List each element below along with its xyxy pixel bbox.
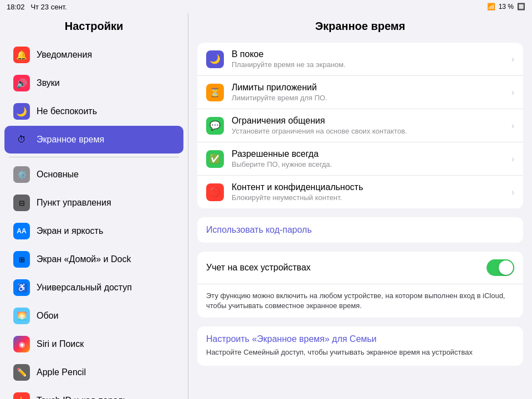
all-devices-description: Эту функцию можно включить на любом устр… <box>197 284 523 318</box>
general-icon: ⚙️ <box>13 166 30 183</box>
communication-text: Ограничения общения Установите ограничен… <box>232 116 507 135</box>
contentprivacy-subtitle: Блокируйте неуместный контент. <box>232 193 507 202</box>
communication-subtitle: Установите ограничения на основе своих к… <box>232 127 507 135</box>
sidebar-group-1: 🔔 Уведомления 🔊 Звуки 🌙 Не беспокоить ⏱ … <box>0 41 188 154</box>
status-bar: 18:02 Чт 23 сент. 📶 13 % 🔲 <box>0 0 532 13</box>
contentprivacy-chevron: › <box>511 187 514 197</box>
status-time-date: 18:02 Чт 23 сент. <box>7 3 67 11</box>
sounds-label: Звуки <box>37 78 60 88</box>
sidebar-item-applepencil[interactable]: ✏️ Apple Pencil <box>4 359 183 386</box>
alwaysallowed-title: Разрешенные всегда <box>232 149 507 159</box>
sounds-icon: 🔊 <box>13 75 30 91</box>
display-label: Экран и яркость <box>37 226 103 236</box>
wallpaper-label: Обои <box>37 311 58 321</box>
screentime-icon: ⏱ <box>13 131 30 148</box>
sidebar-group-2: ⚙️ Основные ⊟ Пункт управления AA Экран … <box>0 161 188 399</box>
control-label: Пункт управления <box>37 198 111 208</box>
sidebar-item-screentime[interactable]: ⏱ Экранное время <box>4 126 183 154</box>
control-icon: ⊟ <box>13 195 30 211</box>
card-row-contentprivacy[interactable]: 🚫 Контент и конфиденциальность Блокируйт… <box>197 176 523 208</box>
downtime-subtitle: Планируйте время не за экраном. <box>232 60 507 69</box>
main-options-card: 🌙 В покое Планируйте время не за экраном… <box>197 43 523 208</box>
sidebar-list: 🔔 Уведомления 🔊 Звуки 🌙 Не беспокоить ⏱ … <box>0 38 188 399</box>
downtime-icon: 🌙 <box>206 50 224 68</box>
wallpaper-icon: 🌅 <box>13 308 30 324</box>
downtime-text: В покое Планируйте время не за экраном. <box>232 49 507 69</box>
contentprivacy-title: Контент и конфиденциальность <box>232 182 507 192</box>
right-panel: Экранное время 🌙 В покое Планируйте врем… <box>188 13 532 399</box>
status-right: 📶 13 % 🔲 <box>487 3 525 11</box>
alwaysallowed-icon: ✅ <box>206 150 224 168</box>
family-section: Настроить «Экранное время» для Семьи Нас… <box>197 326 523 365</box>
card-row-downtime[interactable]: 🌙 В покое Планируйте время не за экраном… <box>197 43 523 76</box>
sidebar-item-display[interactable]: AA Экран и яркость <box>4 217 183 245</box>
donotdisturb-icon: 🌙 <box>13 103 30 120</box>
applepencil-icon: ✏️ <box>13 364 30 381</box>
alwaysallowed-chevron: › <box>511 154 514 164</box>
applimits-title: Лимиты приложений <box>232 83 507 93</box>
downtime-title: В покое <box>232 49 507 59</box>
wifi-icon: 📶 <box>487 3 495 11</box>
sidebar-item-siri[interactable]: ◉ Siri и Поиск <box>4 330 183 358</box>
notifications-icon: 🔔 <box>13 47 30 63</box>
passcode-section: Использовать код-пароль <box>197 217 523 243</box>
right-title: Экранное время <box>188 13 532 38</box>
contentprivacy-icon: 🚫 <box>206 183 224 201</box>
applimits-text: Лимиты приложений Лимитируйте время для … <box>232 83 507 102</box>
card-row-applimits[interactable]: ⏳ Лимиты приложений Лимитируйте время дл… <box>197 76 523 109</box>
contentprivacy-text: Контент и конфиденциальность Блокируйте … <box>232 182 507 202</box>
main-layout: Настройки 🔔 Уведомления 🔊 Звуки 🌙 Не бес… <box>0 13 532 399</box>
all-devices-row: Учет на всех устройствах <box>197 252 523 284</box>
sidebar-item-accessibility[interactable]: ♿ Универсальный доступ <box>4 274 183 301</box>
right-scroll-area[interactable]: 🌙 В покое Планируйте время не за экраном… <box>188 38 532 399</box>
family-description: Настройте Семейный доступ, чтобы учитыва… <box>206 347 514 357</box>
all-devices-section: Учет на всех устройствах Эту функцию мож… <box>197 252 523 318</box>
all-devices-label: Учет на всех устройствах <box>206 263 487 273</box>
status-date: Чт 23 сент. <box>30 3 66 11</box>
touchid-label: Touch ID и код-пароль <box>37 396 127 399</box>
sidebar: Настройки 🔔 Уведомления 🔊 Звуки 🌙 Не бес… <box>0 13 188 399</box>
family-link[interactable]: Настроить «Экранное время» для Семьи <box>206 334 514 344</box>
accessibility-label: Универсальный доступ <box>37 283 132 293</box>
donotdisturb-label: Не беспокоить <box>37 106 97 116</box>
sidebar-item-touchid[interactable]: 👆 Touch ID и код-пароль <box>4 387 183 399</box>
sidebar-divider-1 <box>9 157 179 157</box>
alwaysallowed-subtitle: Выберите ПО, нужное всегда. <box>232 160 507 168</box>
home-label: Экран «Домой» и Dock <box>37 254 131 264</box>
card-row-communication[interactable]: 💬 Ограничения общения Установите огранич… <box>197 109 523 142</box>
general-label: Основные <box>37 170 79 180</box>
all-devices-toggle[interactable] <box>487 259 514 276</box>
passcode-link[interactable]: Использовать код-пароль <box>206 225 311 234</box>
sidebar-item-donotdisturb[interactable]: 🌙 Не беспокоить <box>4 98 183 125</box>
sidebar-item-notifications[interactable]: 🔔 Уведомления <box>4 41 183 69</box>
applimits-chevron: › <box>511 88 514 98</box>
sidebar-item-wallpaper[interactable]: 🌅 Обои <box>4 302 183 330</box>
sidebar-item-home[interactable]: ⊞ Экран «Домой» и Dock <box>4 245 183 273</box>
downtime-chevron: › <box>511 54 514 64</box>
communication-chevron: › <box>511 121 514 131</box>
sidebar-item-sounds[interactable]: 🔊 Звуки <box>4 69 183 97</box>
battery-icon: 🔲 <box>517 3 525 11</box>
screentime-label: Экранное время <box>37 135 104 145</box>
applepencil-label: Apple Pencil <box>37 367 86 377</box>
communication-title: Ограничения общения <box>232 116 507 126</box>
sidebar-item-control[interactable]: ⊟ Пункт управления <box>4 189 183 217</box>
battery-text: 13 % <box>499 3 514 11</box>
communication-icon: 💬 <box>206 117 224 135</box>
home-icon: ⊞ <box>13 251 30 268</box>
touchid-icon: 👆 <box>13 392 30 399</box>
sidebar-title: Настройки <box>0 13 188 38</box>
accessibility-icon: ♿ <box>13 279 30 296</box>
sidebar-item-general[interactable]: ⚙️ Основные <box>4 161 183 188</box>
toggle-knob <box>499 260 513 275</box>
card-row-alwaysallowed[interactable]: ✅ Разрешенные всегда Выберите ПО, нужное… <box>197 142 523 176</box>
applimits-subtitle: Лимитируйте время для ПО. <box>232 94 507 102</box>
notifications-label: Уведомления <box>37 50 92 60</box>
siri-icon: ◉ <box>13 336 30 352</box>
alwaysallowed-text: Разрешенные всегда Выберите ПО, нужное в… <box>232 149 507 168</box>
display-icon: AA <box>13 223 30 239</box>
applimits-icon: ⏳ <box>206 84 224 101</box>
status-time: 18:02 <box>7 3 25 11</box>
siri-label: Siri и Поиск <box>37 339 84 349</box>
